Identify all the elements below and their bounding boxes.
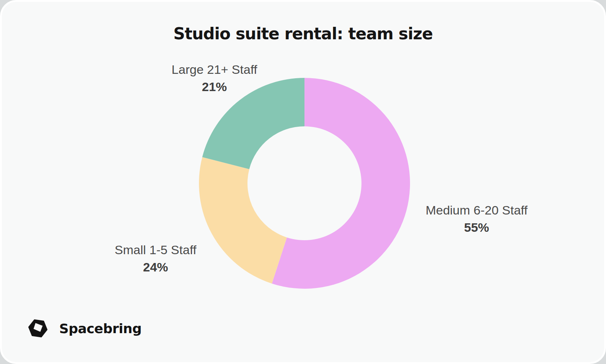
donut-slice-small-1-5-staff: [199, 157, 287, 284]
callout-medium-6-20-staff: Medium 6-20 Staff 55%: [425, 202, 527, 236]
slice-label: Large 21+ Staff: [172, 61, 257, 78]
brand-footer: Spacebring: [28, 316, 142, 340]
callout-small-1-5-staff: Small 1-5 Staff 24%: [115, 241, 196, 276]
slice-percentage: 24%: [115, 259, 196, 276]
chart-title: Studio suite rental: team size: [2, 24, 604, 43]
callout-large-21-staff: Large 21+ Staff 21%: [172, 61, 257, 95]
brand-name: Spacebring: [59, 321, 142, 336]
slice-label: Small 1-5 Staff: [115, 241, 196, 259]
slice-label: Medium 6-20 Staff: [425, 202, 527, 219]
chart-card: Studio suite rental: team size Large 21+…: [0, 0, 606, 364]
slice-percentage: 21%: [172, 78, 257, 95]
spacebring-logo-icon: [28, 317, 48, 340]
donut-chart: [199, 78, 410, 289]
slice-percentage: 55%: [425, 219, 527, 236]
